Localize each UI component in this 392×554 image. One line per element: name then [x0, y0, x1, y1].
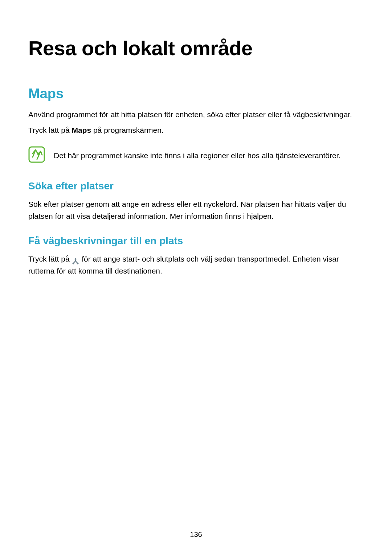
- directions-body-pre: Tryck lätt på: [28, 255, 72, 263]
- intro2-post: på programskärmen.: [91, 126, 164, 134]
- subsection-search-body: Sök efter platser genom att ange en adre…: [28, 198, 364, 222]
- directions-icon: [72, 256, 79, 263]
- intro2-bold: Maps: [72, 126, 91, 134]
- page-number: 136: [0, 530, 392, 539]
- page-content: Resa och lokalt område Maps Använd progr…: [0, 0, 392, 277]
- note-icon: [28, 146, 45, 163]
- subsection-title-directions: Få vägbeskrivningar till en plats: [28, 235, 364, 247]
- subsection-directions-body: Tryck lätt på för att ange start- och sl…: [28, 253, 364, 277]
- subsection-directions: Få vägbeskrivningar till en plats Tryck …: [28, 235, 364, 277]
- svg-point-3: [77, 262, 79, 264]
- section-title-maps: Maps: [28, 86, 364, 102]
- intro2-pre: Tryck lätt på: [28, 126, 72, 134]
- svg-point-2: [73, 262, 74, 264]
- note-block: Det här programmet kanske inte finns i a…: [28, 146, 364, 163]
- svg-point-1: [75, 258, 77, 260]
- chapter-title: Resa och lokalt område: [28, 36, 364, 60]
- subsection-search: Söka efter platser Sök efter platser gen…: [28, 180, 364, 222]
- intro-paragraph-2: Tryck lätt på Maps på programskärmen.: [28, 124, 364, 136]
- intro-paragraph-1: Använd programmet för att hitta platsen …: [28, 109, 364, 121]
- subsection-title-search: Söka efter platser: [28, 180, 364, 192]
- note-text: Det här programmet kanske inte finns i a…: [54, 146, 340, 162]
